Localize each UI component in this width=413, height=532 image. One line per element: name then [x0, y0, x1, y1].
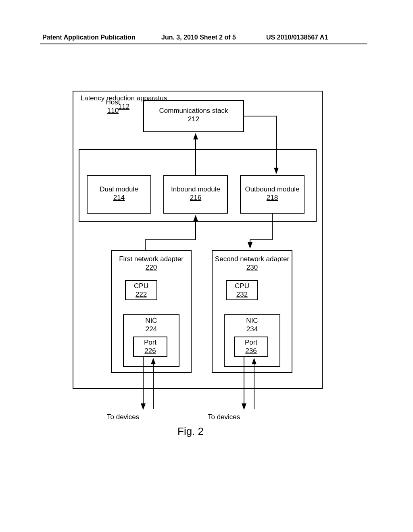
- port1-box: Port 226: [133, 337, 167, 357]
- nic1-title: NIC: [124, 316, 179, 325]
- outbound-module-box: Outbound module 218: [240, 175, 305, 214]
- port2-title: Port: [235, 338, 267, 347]
- header-right: US 2010/0138567 A1: [266, 34, 328, 41]
- header-left: Patent Application Publication: [42, 34, 136, 41]
- port1-ref: 226: [134, 347, 167, 355]
- cpu2-title: CPU: [227, 282, 257, 290]
- header-rule: [40, 44, 367, 44]
- inbound-ref: 216: [164, 193, 227, 202]
- figure-diagram: Host 110 Communications stack 212 Latenc…: [73, 91, 323, 389]
- nic2-title: NIC: [225, 316, 280, 325]
- apparatus-label: Latency reduction apparatus 112: [77, 94, 170, 111]
- adapter2-ref: 230: [213, 263, 292, 272]
- cpu1-title: CPU: [126, 282, 156, 290]
- adapter1-ref: 220: [112, 263, 191, 272]
- adapter2-title: Second network adapter: [213, 255, 292, 263]
- apparatus-title: Latency reduction apparatus: [77, 94, 170, 102]
- comm-stack-ref: 212: [144, 115, 243, 123]
- apparatus-ref: 112: [77, 102, 170, 111]
- port2-box: Port 236: [234, 337, 268, 357]
- inbound-module-box: Inbound module 216: [163, 175, 228, 214]
- cpu1-ref: 222: [126, 290, 156, 299]
- to-devices-label-2: To devices: [208, 413, 240, 421]
- dual-title: Dual module: [88, 185, 150, 193]
- adapter1-title: First network adapter: [112, 255, 191, 263]
- cpu2-ref: 232: [227, 290, 257, 299]
- cpu1-box: CPU 222: [125, 280, 157, 300]
- figure-caption: Fig. 2: [177, 425, 204, 438]
- cpu2-box: CPU 232: [226, 280, 258, 300]
- outbound-ref: 218: [241, 193, 304, 202]
- header-center: Jun. 3, 2010 Sheet 2 of 5: [161, 34, 236, 41]
- outbound-title: Outbound module: [241, 185, 304, 193]
- dual-ref: 214: [88, 193, 150, 202]
- nic2-ref: 234: [225, 325, 280, 333]
- port2-ref: 236: [235, 347, 267, 355]
- inbound-title: Inbound module: [164, 185, 227, 193]
- nic1-ref: 224: [124, 325, 179, 333]
- port1-title: Port: [134, 338, 167, 347]
- dual-module-box: Dual module 214: [87, 175, 151, 214]
- to-devices-label-1: To devices: [107, 413, 139, 421]
